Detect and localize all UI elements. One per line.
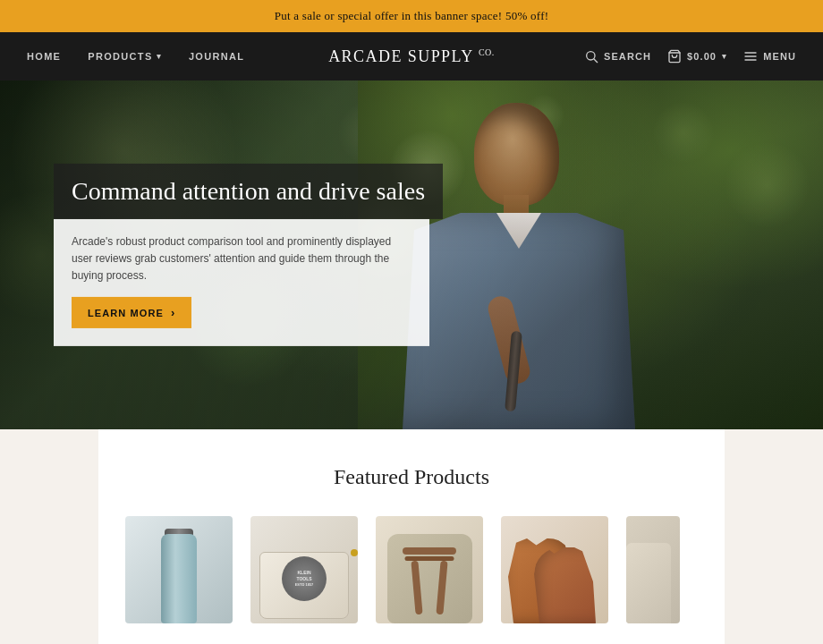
search-button[interactable]: SEARCH — [584, 49, 651, 64]
banner-text: Put a sale or special offer in this bann… — [275, 9, 549, 22]
site-logo[interactable]: ARCADE SUPPLY CO. — [328, 47, 495, 66]
cart-chevron-icon: ▾ — [722, 52, 727, 61]
cart-button[interactable]: $0.00 ▾ — [667, 49, 727, 64]
cart-icon — [667, 49, 682, 64]
top-banner: Put a sale or special offer in this bann… — [0, 0, 823, 32]
product-card[interactable] — [501, 516, 608, 623]
toolbag-logo: KLEINTOOLSESTD 1857 — [282, 556, 327, 601]
product-card[interactable] — [125, 516, 233, 623]
hero-description: Arcade's robust product comparison tool … — [72, 233, 412, 285]
product-image — [125, 516, 233, 623]
hero-title: Command attention and drive sales — [72, 176, 425, 207]
search-icon — [584, 49, 598, 64]
product-image — [376, 516, 483, 623]
hero-desc-box: Arcade's robust product comparison tool … — [54, 219, 429, 347]
product-card[interactable]: KLEINTOOLSESTD 1857 — [250, 516, 358, 623]
product-card[interactable] — [376, 516, 483, 623]
hero-title-box: Command attention and drive sales — [54, 164, 443, 219]
menu-icon — [743, 49, 758, 64]
arrow-icon: › — [171, 306, 175, 319]
nav-home[interactable]: HOME — [27, 51, 61, 62]
products-grid: KLEINTOOLSESTD 1857 — [125, 516, 698, 623]
product-image — [501, 516, 608, 623]
featured-title: Featured Products — [125, 465, 698, 489]
product-card-partial — [626, 516, 698, 623]
hero-section: Command attention and drive sales Arcade… — [0, 80, 823, 429]
svg-line-1 — [594, 59, 598, 63]
backpack-body — [387, 534, 472, 623]
nav-left: HOME PRODUCTS ▾ JOURNAL — [27, 51, 244, 62]
navbar: HOME PRODUCTS ▾ JOURNAL ARCADE SUPPLY CO… — [0, 32, 823, 80]
nav-products[interactable]: PRODUCTS ▾ — [88, 51, 162, 62]
product-image: KLEINTOOLSESTD 1857 — [250, 516, 358, 623]
product-image-partial — [626, 516, 680, 623]
thermos-body — [161, 534, 197, 623]
nav-journal[interactable]: JOURNAL — [189, 51, 244, 62]
hero-cta-button[interactable]: LEARN MORE › — [72, 297, 191, 328]
hero-content: Command attention and drive sales Arcade… — [54, 164, 443, 346]
featured-section: Featured Products KLEINTOOLSESTD 1857 — [98, 429, 725, 644]
chevron-down-icon: ▾ — [157, 52, 162, 61]
nav-right: SEARCH $0.00 ▾ MENU — [584, 49, 796, 64]
menu-button[interactable]: MENU — [743, 49, 796, 64]
